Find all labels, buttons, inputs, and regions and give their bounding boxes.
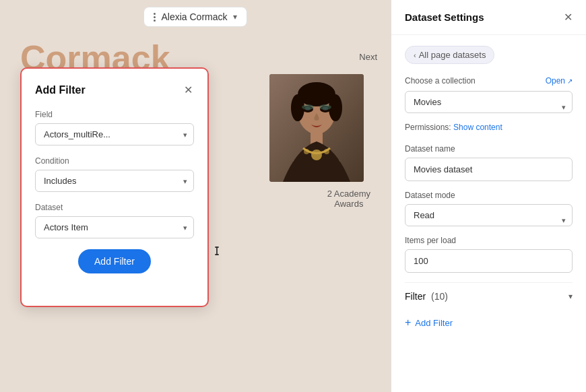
cursor-indicator: 𝖨 [137,244,296,259]
settings-header: Dataset Settings ✕ [391,0,586,35]
add-filter-label: Add Filter [415,318,453,328]
field-label: Field [35,110,194,119]
filter-section[interactable]: Filter (10) ▾ [405,282,573,310]
collection-row: Choose a collection Open ↗ [405,76,573,86]
awards-text: 2 Academy Awards [327,189,370,209]
permissions-row: Permissions: Show content [405,123,573,132]
left-panel: Alexia Cormack ▾ Cormack [0,0,391,392]
modal-close-button[interactable]: ✕ [183,82,194,98]
dataset-mode-select[interactable]: Read Write [405,204,573,226]
show-content-link[interactable]: Show content [453,123,502,132]
items-per-load-input[interactable] [405,249,573,273]
settings-content: ‹ All page datasets Choose a collection … [391,35,586,392]
add-filter-link[interactable]: + Add Filter [405,310,573,335]
choose-collection-label: Choose a collection [405,76,476,86]
svg-point-11 [302,104,314,110]
dataset-name-label: Dataset name [405,144,573,154]
field-select-wrapper: Actors_multiRe... ▾ [35,123,194,145]
permissions-label: Permissions: [405,123,451,132]
right-panel: Dataset Settings ✕ ‹ All page datasets C… [391,0,586,392]
condition-group: Condition Includes Does not include ▾ [35,156,194,192]
plus-icon: + [405,317,411,329]
page-selector-label: Alexia Cormack [161,11,227,22]
svg-point-15 [304,149,309,154]
open-label: Open [546,76,565,86]
filter-count: (10) [431,291,448,302]
condition-select[interactable]: Includes Does not include [35,170,194,192]
top-bar: Alexia Cormack ▾ [0,0,391,34]
dataset-select[interactable]: Actors Item [35,216,194,238]
svg-point-16 [324,149,329,154]
dataset-mode-select-wrapper: Read Write ▾ [405,204,573,236]
svg-point-12 [319,104,331,110]
collection-select[interactable]: Movies [405,91,573,113]
items-per-load-label: Items per load [405,236,573,245]
dataset-name-input[interactable] [405,158,573,181]
actor-photo [269,74,364,182]
back-link[interactable]: ‹ All page datasets [405,46,494,64]
open-link[interactable]: Open ↗ [546,76,573,86]
chevron-down-icon: ▾ [233,12,237,22]
modal-header: Add Filter ✕ [35,82,194,98]
field-select[interactable]: Actors_multiRe... [35,123,194,145]
close-settings-button[interactable]: ✕ [564,11,573,24]
condition-select-wrapper: Includes Does not include ▾ [35,170,194,192]
drag-handle-icon [154,13,156,22]
filter-label: Filter (10) [405,291,448,302]
dataset-mode-label: Dataset mode [405,191,573,200]
back-label: All page datasets [419,50,486,60]
page-selector[interactable]: Alexia Cormack ▾ [143,7,247,27]
external-link-icon: ↗ [567,77,573,85]
dataset-label: Dataset [35,203,194,212]
dataset-select-wrapper: Actors Item ▾ [35,216,194,238]
back-chevron-icon: ‹ [414,51,416,59]
field-group: Field Actors_multiRe... ▾ [35,110,194,145]
modal-title: Add Filter [35,84,86,96]
svg-point-14 [311,150,322,160]
filter-chevron-icon: ▾ [568,292,573,301]
dataset-group: Dataset Actors Item ▾ [35,203,194,238]
next-text: Next [359,52,377,62]
collection-select-wrapper: Movies ▾ [405,91,573,123]
condition-label: Condition [35,156,194,166]
add-filter-modal: Add Filter ✕ Field Actors_multiRe... ▾ C… [20,67,209,307]
settings-title: Dataset Settings [405,11,484,23]
